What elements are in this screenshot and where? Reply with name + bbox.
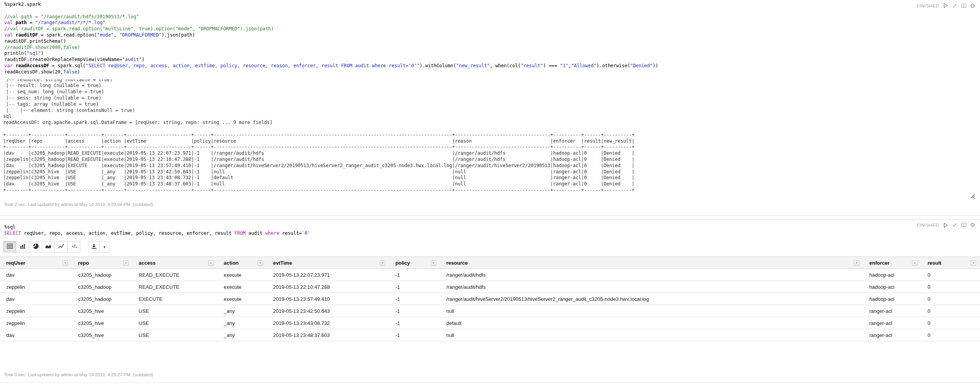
table-cell-evtTime: 2019-05-13 23:48:37.603 [267,332,389,338]
status-badge: FINISHED [917,223,939,227]
zeppelin-notebook: FINISHED ⚙ %spark2.spark //val path = "/… [0,0,980,384]
table-cell-access: READ_EXECUTE [132,272,218,278]
run-play-icon[interactable] [943,222,949,228]
table-cell-policy: -1 [389,308,440,314]
table-cell-policy: -1 [389,284,440,290]
table-row[interactable]: zeppelinc3205_hadoopREAD_EXECUTEexecute2… [0,281,980,293]
table-cell-evtTime: 2019-05-13 22:10:47.288 [267,284,389,290]
gear-icon[interactable]: ⚙ [970,222,975,228]
table-cell-result: 0 [921,332,980,338]
table-cell-action: execute [218,272,267,278]
show-editor-icon[interactable] [961,222,967,228]
caret-down-icon: ▾ [103,245,105,249]
download-dropdown-button[interactable]: ▾ [99,241,110,253]
table-cell-repo: c3205_hive [72,320,132,326]
paragraph-sql: FINISHED ⚙ %sqlSELECT reqUser, repo, acc… [0,219,980,383]
table-cell-repo: c3205_hive [72,332,132,338]
column-header-label: action [224,260,238,266]
table-cell-action: execute [218,296,267,302]
filter-caret-icon[interactable]: ▼ [63,260,68,266]
run-play-icon[interactable] [943,3,949,9]
paragraph-spark: FINISHED ⚙ %spark2.spark //val path = "/… [0,0,980,216]
show-editor-icon[interactable] [961,3,967,9]
table-cell-policy: -1 [389,296,440,302]
pie-chart-button[interactable] [29,241,42,253]
column-header-reqUser[interactable]: reqUser▼ [0,257,72,269]
table-cell-result: 0 [921,308,980,314]
column-header-evtTime[interactable]: evtTime▼ [267,257,389,269]
table-cell-action: _any [218,308,267,314]
gear-icon[interactable]: ⚙ [970,3,975,9]
filter-caret-icon[interactable]: ▼ [912,260,917,266]
line-chart-button[interactable] [54,241,68,253]
column-header-label: reqUser [6,260,25,266]
paragraph-status-bar: FINISHED ⚙ [917,3,975,9]
line-chart-icon [58,244,64,250]
collapse-icon[interactable] [952,3,957,9]
scatter-chart-button[interactable] [67,241,80,253]
download-button-group: ▾ [88,241,110,253]
area-chart-button[interactable] [42,241,55,253]
table-cell-resource: /ranger/audit/hdfs [440,284,863,290]
table-cell-reqUser: zeppelin [0,320,72,326]
table-cell-evtTime: 2019-05-13 23:43:08.732 [267,320,389,326]
column-header-repo[interactable]: repo▼ [72,257,132,269]
table-cell-resource: /ranger/audit/hdfs [440,272,863,278]
resize-handle-icon[interactable] [970,194,975,199]
column-header-label: repo [78,260,89,266]
table-cell-enforcer: ranger-acl [863,320,921,326]
paragraph-output-spark: |-- resource: string (nullable = true) |… [0,79,980,194]
pie-chart-icon [33,243,38,250]
paragraph-status-bar: FINISHED ⚙ [917,222,975,228]
code-editor-spark[interactable]: %spark2.spark //val path = "/ranger/audi… [1,2,980,75]
table-row[interactable]: davc3205_hadoopEXECUTEexecute2019-05-13 … [0,293,980,305]
filter-caret-icon[interactable]: ▼ [431,260,436,266]
column-header-label: result [928,260,941,266]
table-cell-policy: -1 [389,272,440,278]
column-header-result[interactable]: result▼ [921,257,980,269]
area-chart-icon [45,244,51,250]
download-button[interactable] [88,241,100,253]
table-row[interactable]: zeppelinc3205_hiveUSE_any2019-05-13 23:4… [0,317,980,329]
table-view-button[interactable] [3,241,16,253]
column-header-label: enforcer [869,260,889,266]
table-cell-enforcer: ranger-acl [863,308,921,314]
column-header-enforcer[interactable]: enforcer▼ [863,257,921,269]
spark-output-text: |-- resource: string (nullable = true) |… [3,79,980,194]
scatter-chart-icon [71,244,77,250]
filter-caret-icon[interactable]: ▼ [208,260,214,266]
download-icon [91,244,97,250]
column-header-access[interactable]: access▼ [132,257,218,269]
chart-toolbar: ▾ [3,241,980,253]
result-grid-body: davc3205_hadoopREAD_EXECUTEexecute2019-0… [0,269,980,341]
table-row[interactable]: zeppelinc3205_hiveUSE_any2019-05-13 23:4… [0,305,980,317]
table-cell-reqUser: dav [0,272,72,278]
table-cell-enforcer: hadoop-acl [863,272,921,278]
filter-caret-icon[interactable]: ▼ [971,260,976,266]
filter-caret-icon[interactable]: ▼ [123,260,129,266]
table-cell-repo: c3205_hadoop [72,272,132,278]
table-cell-access: EXECUTE [132,296,218,302]
table-cell-enforcer: hadoop-acl [863,284,921,290]
table-cell-repo: c3205_hive [72,308,132,314]
table-row[interactable]: davc3205_hadoopREAD_EXECUTEexecute2019-0… [0,269,980,281]
table-cell-result: 0 [921,272,980,278]
bar-chart-button[interactable] [16,241,29,253]
filter-caret-icon[interactable]: ▼ [380,260,385,266]
column-header-resource[interactable]: resource▼ [440,257,863,269]
filter-caret-icon[interactable]: ▼ [854,260,859,266]
table-cell-result: 0 [921,296,980,302]
table-row[interactable]: davc3205_hiveUSE_any2019-05-13 23:48:37.… [0,329,980,341]
bar-chart-icon [20,244,26,250]
table-cell-action: _any [218,320,267,326]
filter-caret-icon[interactable]: ▼ [258,260,263,266]
collapse-icon[interactable] [952,222,957,228]
column-header-policy[interactable]: policy▼ [389,257,440,269]
table-cell-resource: null [440,308,863,314]
column-header-label: access [139,260,155,266]
column-header-action[interactable]: action▼ [218,257,267,269]
table-cell-enforcer: hadoop-acl [863,296,921,302]
column-header-label: policy [395,260,410,266]
table-cell-policy: -1 [389,320,440,326]
code-editor-sql[interactable]: %sqlSELECT reqUser, repo, access, action… [1,224,980,237]
